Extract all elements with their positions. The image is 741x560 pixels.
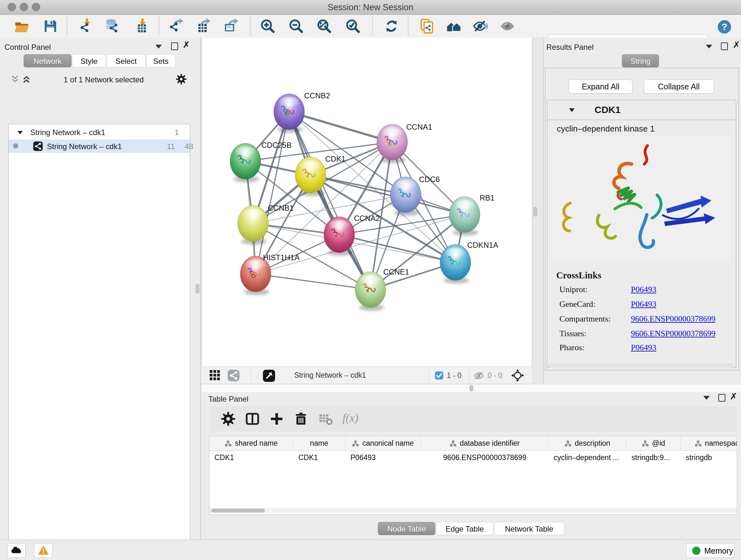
right-splitter-handle[interactable] [533,207,537,216]
tab-node-table[interactable]: Node Table [378,522,435,535]
network-share-view-button[interactable] [227,369,240,383]
delete-table-button[interactable] [318,411,333,427]
tab-select[interactable]: Select [107,54,145,67]
network-node-RB1[interactable] [449,197,480,236]
tab-style[interactable]: Style [72,54,106,67]
save-session-button[interactable] [43,18,58,34]
duplicate-network-button[interactable] [419,18,434,34]
collapse-all-networks-button[interactable] [10,74,20,85]
crosslink-link[interactable]: P06493 [631,285,656,294]
network-node-CDKN1A[interactable] [440,245,471,284]
column-header-canonical-name[interactable]: canonical name [345,436,421,450]
crosslink-link[interactable]: P06493 [631,300,656,309]
table-options-gear-button[interactable] [220,411,236,427]
close-panel-button[interactable]: ✗ [730,393,737,400]
float-panel-button[interactable] [171,43,178,50]
tab-sets[interactable]: Sets [146,54,176,67]
network-node-CDC25B[interactable] [230,143,261,182]
zoom-fit-button[interactable] [316,18,332,34]
column-header-namespace[interactable]: namespace [681,436,737,450]
crosslink-link[interactable]: 9606.ENSP00000378699 [631,329,716,338]
hide-selected-button[interactable] [473,18,488,34]
create-column-button[interactable] [269,411,284,427]
column-header-shared-name[interactable]: shared name [209,436,293,450]
first-neighbors-button[interactable] [446,18,461,34]
table-cell[interactable]: stringdb [681,451,737,464]
network-node-CCNA1[interactable] [377,124,408,163]
network-node-CCNB1[interactable] [238,206,268,245]
zoom-out-button[interactable] [288,18,304,34]
column-header-name[interactable]: name [293,436,345,450]
crosslink-link[interactable]: 9606.ENSP00000378699 [631,314,716,324]
network-edge[interactable] [256,112,289,274]
collapse-all-button[interactable]: Collapse All [644,79,714,94]
show-columns-button[interactable] [245,411,260,427]
column-header-database-identifier[interactable]: database identifier [421,436,549,450]
cloud-status-button[interactable] [7,543,25,558]
table-cell[interactable]: P06493 [345,451,421,464]
results-scrollbar[interactable] [548,363,734,368]
column-label: database identifier [460,439,520,448]
network-node-CCNE1[interactable] [355,272,386,311]
collapse-panel-button[interactable] [703,396,710,400]
column-header-description[interactable]: description [549,436,626,450]
left-splitter-handle[interactable] [196,284,199,294]
apply-layout-button[interactable] [384,18,399,34]
tab-string[interactable]: String [622,54,659,67]
expand-all-networks-button[interactable] [22,74,31,85]
table-cell[interactable]: 9606.ENSP00000378699 [421,451,549,464]
table-hscroll-thumb[interactable] [211,509,265,512]
import-network-from-file-button[interactable] [78,18,93,34]
float-panel-button[interactable] [718,394,725,401]
gene-header[interactable]: CDK1 [547,100,736,120]
export-image-button[interactable] [223,18,238,34]
show-all-button[interactable] [500,18,515,34]
network-row-selected[interactable]: String Network – cdk1 11 48 [9,139,190,153]
tab-edge-table[interactable]: Edge Table [436,522,493,535]
network-node-CCNB2[interactable] [274,94,305,133]
network-node-HIST1H1A[interactable] [240,256,271,295]
node-label-CCNB1: CCNB1 [268,204,293,212]
expand-all-button[interactable]: Expand All [569,79,632,94]
import-network-from-database-button[interactable] [105,18,120,34]
close-panel-button[interactable]: ✗ [733,42,740,48]
delete-column-button[interactable] [293,411,309,427]
collection-count: 1 [175,128,179,137]
selected-checkbox[interactable] [434,371,444,381]
close-panel-button[interactable]: ✗ [183,42,190,48]
network-edge[interactable] [289,112,392,142]
network-collection-row[interactable]: String Network – cdk1 1 [9,126,190,139]
export-network-button[interactable] [168,18,183,34]
import-table-icon [133,18,149,34]
table-cell[interactable]: CDK1 [209,451,293,464]
toolbar-divider [469,368,469,382]
grid-view-button[interactable] [209,369,221,382]
zoom-selected-button[interactable] [345,18,360,34]
bottom-splitter-handle[interactable] [469,385,473,391]
collapse-panel-button[interactable] [706,45,712,49]
table-cell[interactable]: CDK1 [293,451,345,464]
memory-button[interactable]: Memory [686,543,735,558]
table-cell[interactable]: cyclin–dependent ... [549,451,626,464]
column-header--id[interactable]: @id [626,436,681,450]
import-table-from-file-button[interactable] [133,18,149,34]
float-panel-button[interactable] [721,43,728,50]
open-session-button[interactable] [14,18,29,34]
birdseye-view-button[interactable] [262,369,276,383]
zoom-in-button[interactable] [260,18,275,34]
collapse-panel-button[interactable] [155,45,162,49]
network-options-gear-button[interactable] [176,73,187,86]
function-builder-button[interactable]: f(x) [342,411,358,425]
network-edge[interactable] [256,274,370,290]
tab-network-table[interactable]: Network Table [494,522,564,535]
export-table-button[interactable] [195,18,210,34]
hidden-elements-button[interactable] [474,370,484,382]
crosslink-link[interactable]: P06493 [631,343,656,353]
column-label: namespace [705,439,737,448]
warnings-button[interactable] [34,543,53,558]
table-cell[interactable]: stringdb:9... [626,451,681,464]
tab-network[interactable]: Network [23,54,71,67]
fit-content-button[interactable] [511,368,525,383]
help-button[interactable]: ? [717,19,732,35]
network-canvas[interactable]: CCNB2CCNA1CDC25BCDK1CDC6RB1CCNB1CCNA2CDK… [202,38,532,367]
